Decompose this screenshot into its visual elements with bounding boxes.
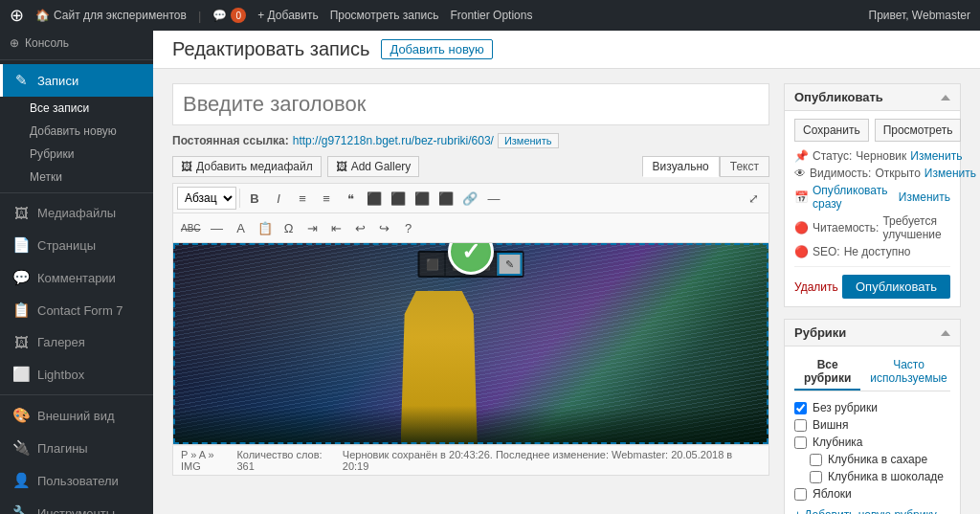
lightbox-icon: ⬜: [12, 366, 30, 383]
sidebar-item-plugins[interactable]: 🔌 Плагины: [0, 432, 153, 464]
strikethrough-btn[interactable]: ABC: [177, 216, 205, 239]
greeting: Привет, Webmaster: [869, 9, 970, 22]
fullscreen-btn[interactable]: ⤢: [742, 187, 765, 210]
visual-tab[interactable]: Визуально: [642, 156, 720, 177]
wp-icon: ⊕: [10, 36, 19, 50]
admin-menu: ⊕ Консоль ✎ Записи Все записи Добавить н…: [0, 31, 153, 514]
hr-btn[interactable]: —: [206, 216, 229, 239]
sidebar-item-all-records[interactable]: Все записи: [0, 97, 153, 120]
permalink-label: Постоянная ссылка:: [172, 134, 289, 147]
add-new-post-link[interactable]: Добавить новую: [381, 39, 492, 59]
tools-icon: 🔧: [12, 504, 30, 514]
seo-icon: 🔴: [794, 245, 809, 258]
post-title-input[interactable]: [172, 83, 769, 125]
special-char-btn[interactable]: Ω: [278, 216, 301, 239]
rubric-item-3: Клубника в сахаре: [794, 451, 950, 468]
delete-link[interactable]: Удалить: [794, 280, 838, 294]
add-new-link[interactable]: + Добавить: [257, 9, 318, 22]
editor-main: Постоянная ссылка: http://g971218n.bget.…: [172, 83, 769, 514]
view-post-link[interactable]: Просмотреть запись: [330, 9, 439, 22]
sidebar-item-rubrics[interactable]: Рубрики: [0, 143, 153, 166]
visibility-row: 👁 Видимость: Открыто Изменить: [794, 167, 950, 180]
redo-btn[interactable]: ↪: [373, 216, 396, 239]
add-media-btn[interactable]: 🖼 Добавить медиафайл: [172, 156, 322, 177]
publish-time-change[interactable]: Изменить: [899, 190, 950, 204]
img-align-left-btn[interactable]: ⬛: [420, 253, 445, 276]
popular-rubrics-tab[interactable]: Часто используемые: [860, 354, 956, 391]
undo-btn[interactable]: ↩: [349, 216, 372, 239]
menu-divider-2: [0, 192, 153, 193]
rubric-tabs: Все рубрики Часто используемые: [794, 354, 950, 391]
rubric-check-1[interactable]: [794, 419, 807, 432]
menu-divider: [0, 59, 153, 60]
align-center-btn[interactable]: ⬛: [387, 187, 410, 210]
publish-time-row: 📅 Опубликовать сразу Изменить: [794, 184, 950, 211]
format-select[interactable]: Абзац: [177, 187, 236, 210]
visibility-change-link[interactable]: Изменить: [924, 167, 976, 180]
sidebar-item-records[interactable]: ✎ Записи: [0, 64, 153, 97]
editor-content[interactable]: ⬛ ⬛ ⬛ ✎ ✓: [172, 242, 769, 445]
rubric-item-0: Без рубрики: [794, 399, 950, 416]
publish-box-content: Сохранить Просмотреть 📌 Статус: Черновик…: [785, 111, 960, 306]
cf-icon: 📋: [12, 302, 30, 319]
permalink-change-btn[interactable]: Изменить: [498, 133, 559, 148]
bold-btn[interactable]: B: [243, 187, 266, 210]
align-justify-btn[interactable]: ⬛: [434, 187, 457, 210]
comments-link[interactable]: 💬 0: [212, 8, 246, 23]
rubric-check-3[interactable]: [810, 454, 822, 466]
save-info: Черновик сохранён в 20:43:26. Последнее …: [343, 449, 761, 472]
gallery-icon: 🖼: [12, 334, 30, 350]
blockquote-btn[interactable]: ❝: [339, 187, 362, 210]
color-btn[interactable]: A: [230, 216, 253, 239]
site-name[interactable]: 🏠 Сайт для экспериментов: [35, 9, 187, 22]
seo-row: 🔴 SEO: Не доступно: [794, 245, 950, 258]
rubric-check-0[interactable]: [794, 402, 807, 414]
permalink-url[interactable]: http://g971218n.bget.ru/bez-rubriki/603/: [293, 134, 494, 147]
add-gallery-btn[interactable]: 🖼 Add Gallery: [327, 156, 420, 177]
rubric-item-1: Вишня: [794, 416, 950, 434]
sidebar-item-tools[interactable]: 🔧 Инструменты: [0, 497, 153, 514]
publish-time-link[interactable]: Опубликовать сразу: [813, 184, 895, 211]
publish-collapse-icon[interactable]: [941, 95, 950, 101]
status-change-link[interactable]: Изменить: [910, 149, 962, 163]
rubric-check-4[interactable]: [810, 471, 822, 483]
sidebar-item-lightbox[interactable]: ⬜ Lightbox: [0, 358, 153, 391]
rubric-check-5[interactable]: [794, 488, 807, 501]
link-btn[interactable]: 🔗: [458, 187, 481, 210]
eye-icon: 👁: [794, 167, 806, 180]
more-btn[interactable]: —: [482, 187, 505, 210]
save-draft-btn[interactable]: Сохранить: [794, 119, 869, 142]
paste-text-btn[interactable]: 📋: [254, 216, 277, 239]
all-rubrics-tab[interactable]: Все рубрики: [794, 354, 860, 391]
align-right-btn[interactable]: ⬛: [411, 187, 434, 210]
img-edit-btn[interactable]: ✎: [498, 253, 523, 276]
konsole-link[interactable]: ⊕ Консоль: [0, 31, 153, 56]
publish-btn[interactable]: Опубликовать: [842, 275, 950, 299]
sidebar-item-media[interactable]: 🖼 Медиафайлы: [0, 197, 153, 229]
preview-btn[interactable]: Просмотреть: [875, 119, 962, 142]
sidebar-item-tags[interactable]: Метки: [0, 166, 153, 189]
sidebar-item-comments[interactable]: 💬 Комментарии: [0, 261, 153, 294]
wp-logo[interactable]: ⊕: [10, 5, 24, 26]
sidebar-item-appearance[interactable]: 🎨 Внешний вид: [0, 399, 153, 432]
rubric-check-2[interactable]: [794, 436, 807, 449]
permalink-row: Постоянная ссылка: http://g971218n.bget.…: [172, 133, 769, 148]
editor-sidebar: Опубликовать Сохранить Просмотреть 📌 Ста…: [784, 83, 961, 514]
sidebar-item-contact-form[interactable]: 📋 Contact Form 7: [0, 294, 153, 326]
ordered-list-btn[interactable]: ≡: [315, 187, 338, 210]
align-left-btn[interactable]: ⬛: [363, 187, 386, 210]
rubrics-box-header: Рубрики: [785, 320, 960, 346]
sidebar-item-gallery[interactable]: 🖼 Галерея: [0, 326, 153, 358]
unordered-list-btn[interactable]: ≡: [291, 187, 314, 210]
frontier-options[interactable]: Frontier Options: [450, 9, 532, 22]
help-btn[interactable]: ?: [397, 216, 420, 239]
italic-btn[interactable]: I: [267, 187, 290, 210]
sidebar-item-add-new[interactable]: Добавить новую: [0, 120, 153, 143]
rubrics-collapse-icon[interactable]: [941, 330, 950, 336]
add-rubric-link[interactable]: + Добавить новую рубрику: [794, 508, 950, 514]
indent-btn[interactable]: ⇥: [301, 216, 324, 239]
sidebar-item-pages[interactable]: 📄 Страницы: [0, 229, 153, 261]
outdent-btn[interactable]: ⇤: [325, 216, 348, 239]
text-tab[interactable]: Текст: [720, 156, 769, 177]
sidebar-item-users[interactable]: 👤 Пользователи: [0, 464, 153, 497]
